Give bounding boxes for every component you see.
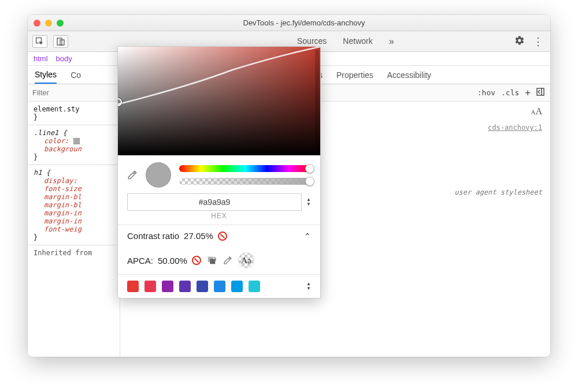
rule-h1[interactable]: h1 { [34,169,114,177]
titlebar: DevTools - jec.fyi/demo/cds-anchovy [28,15,550,31]
font-preview[interactable]: AAAA [531,106,542,117]
fail-icon [218,232,227,241]
palette-row: ▲▼ [118,275,320,298]
prop-background[interactable]: backgroun [44,145,114,153]
prop-display[interactable]: display: [44,177,114,185]
contrast-label: Contrast ratio [127,231,179,241]
prop-margin-inline-start[interactable]: margin-in [44,209,114,217]
prop-color[interactable]: color: [44,137,114,145]
palette-swatch[interactable] [214,281,225,292]
palette-swatch[interactable] [231,281,243,292]
chevron-up-icon[interactable]: ⌃ [304,232,311,241]
tab-sources[interactable]: Sources [297,36,327,47]
color-swatch-icon[interactable] [73,138,80,144]
current-color-swatch [146,162,171,188]
more-tabs-icon[interactable]: » [389,36,394,47]
alpha-slider[interactable] [179,178,311,185]
alpha-thumb[interactable] [305,177,314,186]
format-stepper[interactable]: ▲▼ [306,197,311,207]
tab-network[interactable]: Network [343,36,372,47]
svg-rect-1 [57,38,62,45]
sidebar-toggle-icon[interactable] [536,88,544,98]
new-rule-icon[interactable]: + [525,87,531,98]
swap-colors-icon[interactable] [206,255,217,266]
palette-stepper[interactable]: ▲▼ [306,282,311,291]
prop-font-size[interactable]: font-size [44,185,114,193]
tab-styles[interactable]: Styles [35,70,57,84]
tab-accessibility[interactable]: Accessibility [387,70,431,80]
prop-margin-block-start[interactable]: margin-bl [44,193,114,201]
contrast-value: 27.05% [184,231,213,241]
color-picker: ▲▼ HEX Contrast ratio 27.05% ⌃ APCA: 50.… [117,46,321,298]
hex-input[interactable] [127,193,302,211]
eyedropper-icon[interactable] [127,170,138,180]
saturation-value-field[interactable] [118,47,320,155]
apca-row: APCA: 50.00% Aa [118,247,320,274]
inspect-icon[interactable] [32,35,47,48]
hue-slider[interactable] [179,165,311,172]
user-agent-label: user agent stylesheet [454,188,542,196]
palette-swatch[interactable] [162,281,173,292]
main-tabs: Sources Network » [77,36,394,47]
settings-icon[interactable] [514,35,525,47]
minimize-button[interactable] [45,20,52,27]
palette-swatch[interactable] [249,281,260,292]
zoom-button[interactable] [57,20,64,27]
prop-margin-block-end[interactable]: margin-bl [44,201,114,209]
rule-line1[interactable]: .line1 { [34,129,114,137]
text-preview: Aa [238,252,254,268]
kebab-icon[interactable]: ⋮ [531,35,546,48]
element-style-label[interactable]: element.sty [34,105,114,113]
hex-label: HEX [118,212,320,225]
device-icon[interactable] [53,35,68,48]
crumb-html[interactable]: html [34,54,48,63]
hue-thumb[interactable] [305,164,314,173]
traffic-lights [34,20,64,27]
devtools-window: DevTools - jec.fyi/demo/cds-anchovy Sour… [28,15,550,357]
styles-rules: element.sty } .line1 { color: backgroun … [28,102,120,357]
fail-icon [192,256,201,265]
palette-swatch[interactable] [127,281,139,292]
apca-label: APCA: [127,256,153,266]
crumb-body[interactable]: body [56,54,72,63]
scrollbar[interactable] [315,49,319,153]
contrast-row: Contrast ratio 27.05% ⌃ [118,225,320,247]
hov-toggle[interactable]: :hov [477,88,495,97]
prop-font-weight[interactable]: font-weig [44,225,114,233]
bg-eyedropper-icon[interactable] [222,255,234,266]
palette-swatch[interactable] [144,281,156,292]
tab-computed[interactable]: Co [71,70,81,80]
palette-swatch[interactable] [179,281,191,292]
close-button[interactable] [34,20,40,27]
inherited-label: Inherited from [34,249,114,257]
cls-toggle[interactable]: .cls [501,88,519,97]
window-title: DevTools - jec.fyi/demo/cds-anchovy [64,18,544,27]
tab-properties[interactable]: Properties [336,70,373,80]
apca-value: 50.00% [158,256,187,266]
source-link[interactable]: cds-anchovy:1 [488,124,542,132]
prop-margin-inline-end[interactable]: margin-in [44,217,114,225]
palette-swatch[interactable] [197,281,208,292]
